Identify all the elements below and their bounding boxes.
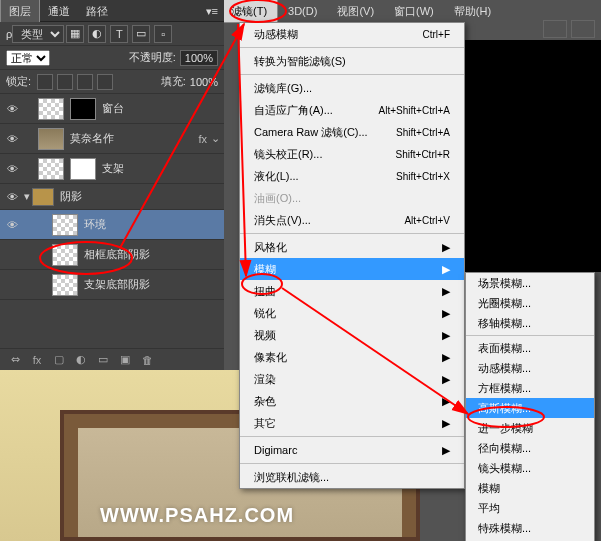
mi-blur[interactable]: 模糊▶: [240, 258, 464, 280]
mi-distort[interactable]: 扭曲▶: [240, 280, 464, 302]
visibility-icon[interactable]: 👁: [4, 161, 20, 177]
lock-label: 锁定:: [6, 74, 31, 89]
layer-row[interactable]: 支架底部阴影: [0, 270, 224, 300]
mi-camera-raw[interactable]: Camera Raw 滤镜(C)...Shift+Ctrl+A: [240, 121, 464, 143]
fx-icon[interactable]: fx: [28, 352, 46, 368]
filter-text-icon[interactable]: T: [110, 25, 128, 43]
toolbar-icon-1[interactable]: [543, 20, 567, 38]
mi-filter-gallery[interactable]: 滤镜库(G)...: [240, 77, 464, 99]
new-layer-icon[interactable]: ▣: [116, 352, 134, 368]
layer-mask: [70, 158, 96, 180]
mi-digimarc[interactable]: Digimarc▶: [240, 439, 464, 461]
mi-further-blur[interactable]: 进一步模糊: [466, 418, 594, 438]
mi-video[interactable]: 视频▶: [240, 324, 464, 346]
filter-adjust-icon[interactable]: ◐: [88, 25, 106, 43]
layer-name: 相框底部阴影: [84, 247, 220, 262]
visibility-icon[interactable]: 👁: [4, 189, 20, 205]
mi-other[interactable]: 其它▶: [240, 412, 464, 434]
blend-mode-select[interactable]: 正常: [6, 50, 50, 66]
mi-gaussian-blur[interactable]: 高斯模糊...: [466, 398, 594, 418]
layer-name: 支架底部阴影: [84, 277, 220, 292]
adjustment-icon[interactable]: ◐: [72, 352, 90, 368]
visibility-icon[interactable]: 👁: [4, 101, 20, 117]
filter-pixel-icon[interactable]: ▦: [66, 25, 84, 43]
lock-position-icon[interactable]: [57, 74, 73, 90]
mi-liquify[interactable]: 液化(L)...Shift+Ctrl+X: [240, 165, 464, 187]
panel-tabs: 图层 通道 路径 ▾≡: [0, 0, 224, 22]
delete-layer-icon[interactable]: 🗑: [138, 352, 156, 368]
layer-row[interactable]: 相框底部阴影: [0, 240, 224, 270]
tab-layers[interactable]: 图层: [0, 0, 40, 22]
filter-shape-icon[interactable]: ▭: [132, 25, 150, 43]
layer-name: 支架: [102, 161, 220, 176]
mi-box-blur[interactable]: 方框模糊...: [466, 378, 594, 398]
group-icon[interactable]: ▭: [94, 352, 112, 368]
mi-lens-blur[interactable]: 镜头模糊...: [466, 458, 594, 478]
fill-label: 填充:: [161, 74, 186, 89]
layer-row[interactable]: 👁 莫奈名作 fx ⌄: [0, 124, 224, 154]
group-disclosure-icon[interactable]: ▾: [24, 190, 30, 203]
layer-thumb: [38, 158, 64, 180]
mi-lens-correct[interactable]: 镜头校正(R)...Shift+Ctrl+R: [240, 143, 464, 165]
layer-row[interactable]: 👁 窗台: [0, 94, 224, 124]
fill-value[interactable]: 100%: [190, 76, 218, 88]
mi-render[interactable]: 渲染▶: [240, 368, 464, 390]
layers-panel: 图层 通道 路径 ▾≡ ρ 类型 ▦ ◐ T ▭ ▫ 正常 不透明度: 100%…: [0, 0, 224, 370]
layer-thumb: [52, 214, 78, 236]
layer-group-row[interactable]: 👁 ▾ 阴影: [0, 184, 224, 210]
mi-oil-paint: 油画(O)...: [240, 187, 464, 209]
mi-sharpen[interactable]: 锐化▶: [240, 302, 464, 324]
visibility-icon[interactable]: 👁: [4, 131, 20, 147]
menu-help[interactable]: 帮助(H): [444, 0, 501, 22]
toolbar-icon-2[interactable]: [571, 20, 595, 38]
lock-all-icon[interactable]: [77, 74, 93, 90]
tab-paths[interactable]: 路径: [78, 0, 116, 22]
mi-special-blur[interactable]: 特殊模糊...: [466, 518, 594, 538]
menu-3d[interactable]: 3D(D): [278, 0, 327, 22]
mi-pixelate[interactable]: 像素化▶: [240, 346, 464, 368]
mi-browse-online[interactable]: 浏览联机滤镜...: [240, 466, 464, 488]
chevron-icon[interactable]: ⌄: [211, 132, 220, 145]
type-select[interactable]: 类型: [12, 25, 64, 43]
layer-row[interactable]: 👁 支架: [0, 154, 224, 184]
layer-thumb: [38, 128, 64, 150]
visibility-icon[interactable]: 👁: [4, 217, 20, 233]
mi-vanishing[interactable]: 消失点(V)...Alt+Ctrl+V: [240, 209, 464, 231]
menu-window[interactable]: 窗口(W): [384, 0, 444, 22]
mi-blur[interactable]: 模糊: [466, 478, 594, 498]
mi-average[interactable]: 平均: [466, 498, 594, 518]
tab-channels[interactable]: 通道: [40, 0, 78, 22]
lock-other-icon[interactable]: [97, 74, 113, 90]
filter-smart-icon[interactable]: ▫: [154, 25, 172, 43]
panel-menu-icon[interactable]: ▾≡: [200, 0, 224, 22]
mi-motion-blur[interactable]: 动感模糊...: [466, 358, 594, 378]
layer-thumb: [52, 244, 78, 266]
filter-row: ρ 类型 ▦ ◐ T ▭ ▫: [0, 22, 224, 46]
link-layers-icon[interactable]: ⇔: [6, 352, 24, 368]
opacity-value[interactable]: 100%: [180, 50, 218, 66]
mi-surface-blur[interactable]: 表面模糊...: [466, 338, 594, 358]
visibility-icon[interactable]: [4, 247, 20, 263]
canvas-area: [465, 40, 601, 272]
visibility-icon[interactable]: [4, 277, 20, 293]
layers-panel-footer: ⇔ fx ▢ ◐ ▭ ▣ 🗑: [0, 348, 224, 370]
mi-stylize[interactable]: 风格化▶: [240, 236, 464, 258]
menu-view[interactable]: 视图(V): [327, 0, 384, 22]
mi-motion-blur-last[interactable]: 动感模糊Ctrl+F: [240, 23, 464, 45]
mi-convert-smart[interactable]: 转换为智能滤镜(S): [240, 50, 464, 72]
layer-mask: [70, 98, 96, 120]
mi-noise[interactable]: 杂色▶: [240, 390, 464, 412]
right-toolbar: [541, 18, 601, 40]
layer-row[interactable]: 👁 环境: [0, 210, 224, 240]
mi-tilt-shift[interactable]: 移轴模糊...: [466, 313, 594, 333]
menu-filter[interactable]: 滤镜(T): [220, 0, 278, 23]
mask-icon[interactable]: ▢: [50, 352, 68, 368]
mi-iris-blur[interactable]: 光圈模糊...: [466, 293, 594, 313]
mi-radial-blur[interactable]: 径向模糊...: [466, 438, 594, 458]
fx-badge[interactable]: fx: [198, 133, 207, 145]
layer-thumb: [38, 98, 64, 120]
blur-submenu: 场景模糊... 光圈模糊... 移轴模糊... 表面模糊... 动感模糊... …: [465, 272, 595, 541]
mi-adaptive-wide[interactable]: 自适应广角(A)...Alt+Shift+Ctrl+A: [240, 99, 464, 121]
lock-pixels-icon[interactable]: [37, 74, 53, 90]
mi-field-blur[interactable]: 场景模糊...: [466, 273, 594, 293]
